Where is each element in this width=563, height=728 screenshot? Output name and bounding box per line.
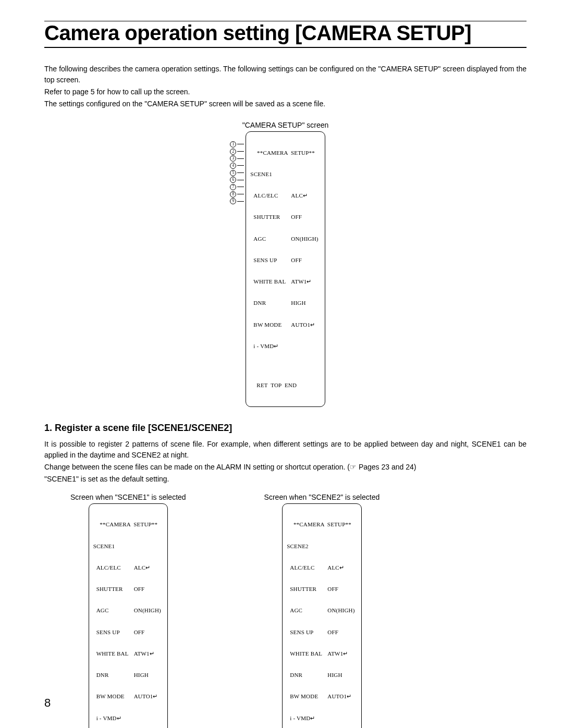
- page-title: Camera operation setting [CAMERA SETUP]: [44, 21, 527, 45]
- section1-p3: "SCENE1" is set as the default setting.: [44, 474, 527, 485]
- main-diagram: 1 2 3 4 5 6 7 8 9 **CAMERA SETUP** SCENE…: [246, 131, 325, 407]
- number-callouts: 1 2 3 4 5 6 7 8 9: [230, 141, 244, 205]
- osd-screen-scene1: **CAMERA SETUP** SCENE1 ALC/ELCALC↵ SHUT…: [89, 503, 168, 728]
- intro-p3: The settings configured on the "CAMERA S…: [44, 98, 527, 109]
- section1-p1: It is possible to register 2 patterns of…: [44, 439, 527, 461]
- scene2-diagram-col: Screen when "SCENE2" is selected **CAMER…: [264, 490, 380, 728]
- intro-p2: Refer to page 5 for how to call up the s…: [44, 87, 527, 97]
- intro-p1: The following describes the camera opera…: [44, 64, 527, 85]
- osd-screen-main: **CAMERA SETUP** SCENE1 ALC/ELCALC↵ SHUT…: [246, 131, 325, 407]
- section1-p2: Change between the scene files can be ma…: [44, 462, 527, 473]
- osd-screen-scene2: **CAMERA SETUP** SCENE2 ALC/ELCALC↵ SHUT…: [282, 503, 361, 728]
- page-number: 8: [44, 696, 51, 710]
- scene1-diagram-col: Screen when "SCENE1" is selected **CAMER…: [70, 490, 186, 728]
- main-diagram-caption: "CAMERA SETUP" screen: [44, 121, 527, 129]
- section-1-heading: 1. Register a scene file [SCENE1/SCENE2]: [44, 423, 527, 434]
- rule-bottom: [44, 47, 527, 48]
